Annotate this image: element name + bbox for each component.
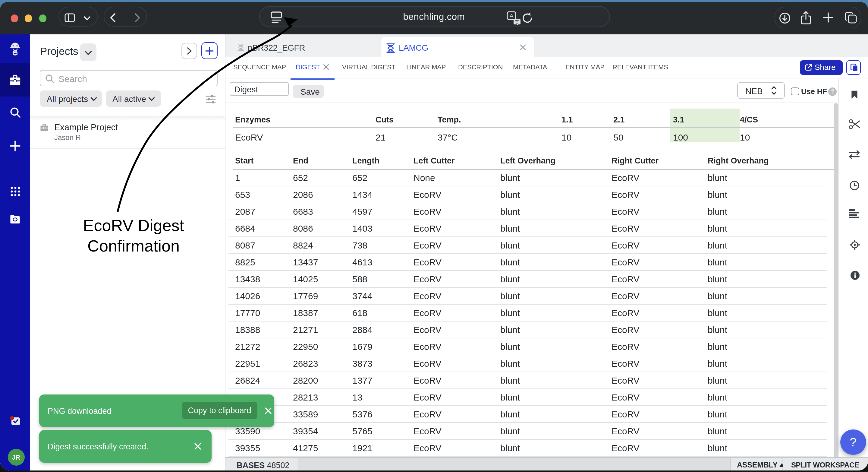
svg-text:A: A [510,13,514,19]
